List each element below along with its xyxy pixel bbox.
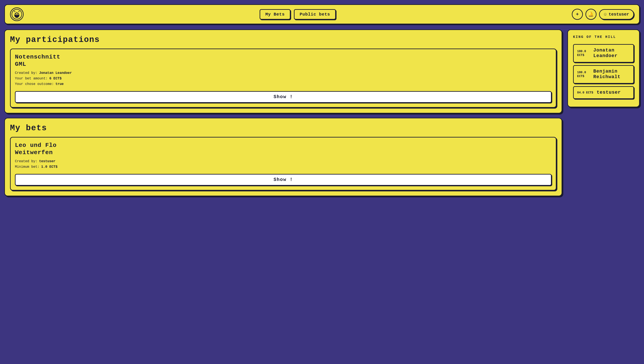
outcome-label-0: Your chose outcome: [15, 82, 54, 86]
king-name-0: JonatanLeandoer [593, 48, 617, 59]
bell-icon: 🔔 [588, 12, 594, 17]
public-bets-nav-button[interactable]: Public bets [294, 9, 336, 20]
my-bet-created-by-value-0: testuser [39, 160, 56, 163]
king-title: KING OF THE HILL [573, 35, 634, 39]
participation-created-by-row-0: Created by: Jonatan Leandoer [15, 71, 551, 75]
king-entry-0: 180.0ECT$ JonatanLeandoer [573, 44, 634, 62]
my-bet-card-0: Leo und FloWeitwerfen Created by: testus… [10, 137, 556, 190]
king-amount-1: 180.0ECT$ [577, 70, 590, 78]
my-bet-created-by-label-0: Created by: [15, 160, 38, 163]
notification-button[interactable]: 🔔 [585, 9, 596, 20]
my-bet-title-0: Leo und FloWeitwerfen [15, 142, 551, 156]
king-name-2: testuser [597, 90, 621, 95]
user-menu-button[interactable]: ☺ testuser [599, 9, 634, 20]
created-by-value-0: Jonatan Leandoer [39, 71, 72, 75]
my-bet-min-bet-label-0: Minimum bet: [15, 165, 40, 169]
my-bets-section: My bets Leo und FloWeitwerfen Created by… [4, 118, 562, 196]
participations-title: My participations [10, 35, 556, 44]
created-by-label-0: Created by: [15, 71, 38, 75]
navbar-nav: My Bets Public bets [28, 9, 567, 20]
navbar-actions: + 🔔 ☺ testuser [572, 9, 634, 20]
my-bet-min-bet-row-0: Minimum bet: 1.0 ECT$ [15, 165, 551, 169]
my-bets-nav-button[interactable]: My Bets [260, 9, 290, 20]
username-label: testuser [609, 12, 629, 17]
outcome-value-0: true [55, 82, 64, 86]
king-entry-1: 180.0ECT$ BenjaminReichwalt [573, 65, 634, 84]
add-button[interactable]: + [572, 9, 583, 20]
king-name-1: BenjaminReichwalt [593, 69, 620, 80]
participation-card-0: NotenschnittGML Created by: Jonatan Lean… [10, 48, 556, 108]
participation-show-button-0[interactable]: Show ! [15, 91, 551, 103]
participation-bet-title-0: NotenschnittGML [15, 54, 551, 68]
main-content: My participations NotenschnittGML Create… [4, 30, 640, 196]
svg-point-6 [16, 13, 16, 14]
right-column: KING OF THE HILL 180.0ECT$ JonatanLeando… [567, 30, 640, 107]
bet-amount-value-0: 6 ECT$ [50, 77, 62, 80]
navbar: My Bets Public bets + 🔔 ☺ testuser [4, 4, 640, 24]
my-bets-title: My bets [10, 124, 556, 132]
svg-point-7 [18, 13, 19, 14]
participation-bet-amount-row-0: Your bet amount: 6 ECT$ [15, 77, 551, 80]
participations-section: My participations NotenschnittGML Create… [4, 30, 562, 114]
my-bet-created-by-row-0: Created by: testuser [15, 160, 551, 163]
king-entry-2: 84.0 ECT$ testuser [573, 86, 634, 99]
left-column: My participations NotenschnittGML Create… [4, 30, 562, 196]
participation-outcome-row-0: Your chose outcome: true [15, 82, 551, 86]
bet-amount-label-0: Your bet amount: [15, 77, 48, 80]
my-bet-min-bet-value-0: 1.0 ECT$ [41, 165, 58, 169]
logo [10, 8, 24, 21]
king-amount-0: 180.0ECT$ [577, 50, 590, 57]
king-of-the-hill-card: KING OF THE HILL 180.0ECT$ JonatanLeando… [567, 30, 640, 107]
user-icon: ☺ [604, 12, 606, 17]
king-amount-2: 84.0 ECT$ [577, 91, 593, 94]
my-bet-show-button-0[interactable]: Show ! [15, 174, 551, 186]
